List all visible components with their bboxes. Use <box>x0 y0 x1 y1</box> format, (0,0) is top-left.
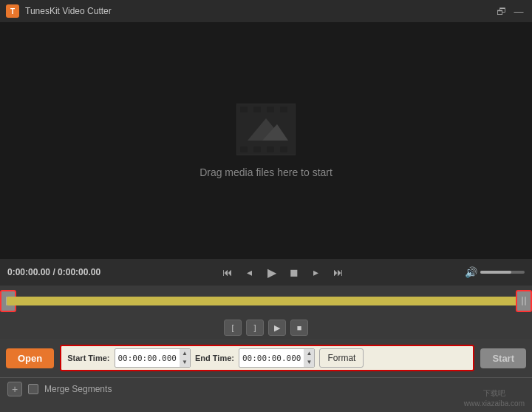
start-time-up[interactable]: ▲ <box>180 349 190 358</box>
app-icon: T <box>6 4 19 18</box>
start-button[interactable]: Start <box>480 348 526 368</box>
video-area: Drag media files here to start <box>0 22 532 259</box>
title-bar: T TunesKit Video Cutter 🗗 — <box>0 0 532 22</box>
volume-icon: 🔊 <box>465 266 477 278</box>
timeline-track[interactable] <box>7 297 525 305</box>
start-time-value: 00:00:00.000 <box>115 352 180 365</box>
title-bar-controls: 🗗 — <box>494 4 526 18</box>
svg-rect-8 <box>267 146 274 152</box>
start-time-label: Start Time: <box>67 354 109 362</box>
open-button[interactable]: Open <box>6 348 54 368</box>
add-segment-button[interactable]: + <box>7 382 22 396</box>
restore-button[interactable]: 🗗 <box>494 4 508 18</box>
watermark: 下载吧 www.xiazaiba.com <box>464 388 525 409</box>
merge-label: Merge Segments <box>44 384 112 394</box>
start-time-down[interactable]: ▼ <box>180 358 190 367</box>
svg-rect-7 <box>253 146 261 152</box>
minimize-button[interactable]: — <box>511 4 526 18</box>
end-time-field[interactable]: 00:00:00.000 ▲ ▼ <box>239 348 315 368</box>
film-icon <box>236 104 296 158</box>
merge-checkbox[interactable] <box>28 384 38 394</box>
controls-bar: 0:00:00.00 / 0:00:00.00 ⏮ ◂ ▶ ◼ ▸ ⏭ 🔊 <box>0 259 532 286</box>
bottom-toolbar: Open Start Time: 00:00:00.000 ▲ ▼ End Ti… <box>0 339 532 377</box>
go-to-end-button[interactable]: ⏭ <box>329 263 348 282</box>
playback-buttons: ⏮ ◂ ▶ ◼ ▸ ⏭ <box>218 263 348 282</box>
svg-rect-15 <box>525 297 526 305</box>
step-back-button[interactable]: ◂ <box>240 263 259 282</box>
play-button[interactable]: ▶ <box>262 263 282 282</box>
end-time-value: 00:00:00.000 <box>239 352 304 365</box>
set-start-button[interactable]: [ <box>224 320 242 336</box>
time-fields: Start Time: 00:00:00.000 ▲ ▼ End Time: 0… <box>60 345 474 371</box>
svg-rect-2 <box>240 107 248 112</box>
svg-rect-9 <box>280 146 287 152</box>
volume-slider[interactable] <box>480 271 525 274</box>
end-time-label: End Time: <box>195 354 234 362</box>
start-time-spinner[interactable]: ▲ ▼ <box>180 349 190 367</box>
timeline-area <box>0 286 532 317</box>
stop-button[interactable]: ◼ <box>284 263 304 282</box>
start-time-field[interactable]: 00:00:00.000 ▲ ▼ <box>115 348 191 368</box>
svg-rect-4 <box>267 107 274 112</box>
merge-row: + Merge Segments 下载吧 www.xiazaiba.com <box>0 377 532 399</box>
volume-area: 🔊 <box>465 266 525 278</box>
segment-controls: [ ] ▶ ■ <box>0 317 532 339</box>
drag-text: Drag media files here to start <box>200 166 332 178</box>
svg-rect-5 <box>280 107 287 112</box>
svg-rect-14 <box>522 297 523 305</box>
svg-rect-6 <box>240 146 248 152</box>
volume-fill <box>480 271 511 274</box>
preview-segment-button[interactable]: ▶ <box>268 320 286 336</box>
go-to-start-button[interactable]: ⏮ <box>218 263 237 282</box>
svg-rect-3 <box>253 107 261 112</box>
end-time-down[interactable]: ▼ <box>304 358 314 367</box>
delete-segment-button[interactable]: ■ <box>290 320 308 336</box>
watermark-text: 下载吧 www.xiazaiba.com <box>464 388 525 409</box>
title-bar-left: T TunesKit Video Cutter <box>6 4 112 18</box>
step-forward-button[interactable]: ▸ <box>307 263 326 282</box>
timeline-handle-right[interactable] <box>516 290 532 312</box>
end-time-spinner[interactable]: ▲ ▼ <box>304 349 314 367</box>
time-display: 0:00:00.00 / 0:00:00.00 <box>7 267 100 277</box>
format-button[interactable]: Format <box>319 348 364 368</box>
set-end-button[interactable]: ] <box>246 320 264 336</box>
app-title: TunesKit Video Cutter <box>25 6 112 16</box>
end-time-up[interactable]: ▲ <box>304 349 314 358</box>
